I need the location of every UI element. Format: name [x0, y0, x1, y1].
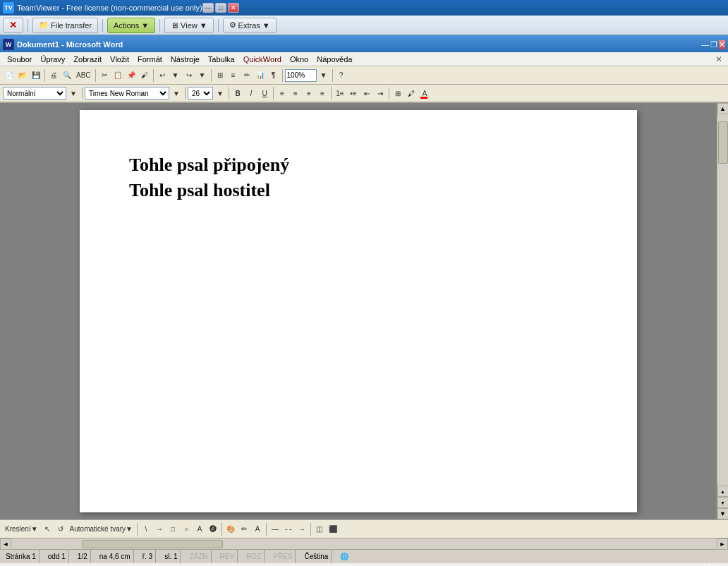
align-left-btn[interactable]: ≡ — [276, 86, 289, 100]
oval-tool-btn[interactable]: ○ — [180, 522, 193, 536]
document-area[interactable]: Tohle psal připojený Tohle psal hostitel — [0, 103, 717, 519]
table-btn[interactable]: ⊞ — [214, 68, 226, 83]
font-select[interactable]: Times New Roman — [85, 87, 169, 100]
tv-close-session-btn[interactable]: ✕ — [3, 18, 23, 33]
border-btn[interactable]: ⊞ — [392, 86, 404, 100]
toolbar-separator-1 — [28, 19, 28, 32]
h-scroll-thumb[interactable] — [82, 540, 223, 548]
line-color-btn[interactable]: ✏ — [238, 522, 250, 536]
bold-btn[interactable]: B — [231, 86, 244, 100]
style-select[interactable]: Normální — [3, 87, 66, 100]
format-painter-btn[interactable]: 🖌 — [138, 68, 151, 83]
status-lang-icon: 🌐 — [337, 550, 351, 563]
scroll-track[interactable] — [717, 114, 728, 300]
spell-btn[interactable]: ABC — [74, 68, 93, 83]
arrow-tool-btn[interactable]: → — [153, 522, 166, 536]
menu-okno[interactable]: Okno — [286, 54, 313, 65]
zoom-input[interactable] — [285, 69, 317, 82]
rotate-btn[interactable]: ↺ — [54, 522, 67, 536]
cut-btn[interactable]: ✂ — [98, 68, 111, 83]
redo-btn[interactable]: ↪ — [183, 68, 195, 83]
bullets-btn[interactable]: •≡ — [347, 86, 360, 100]
paste-btn[interactable]: 📌 — [125, 68, 138, 83]
wordart-btn[interactable]: 🅐 — [207, 522, 219, 536]
dash-style-btn[interactable]: - - — [282, 522, 295, 536]
scroll-down-btn[interactable]: ▼ — [717, 508, 729, 519]
highlight-btn[interactable]: 🖍 — [405, 86, 418, 100]
tv-close-btn[interactable]: ✕ — [228, 3, 239, 13]
vertical-scrollbar[interactable]: ▲ ▲ ▼ ▼ — [717, 103, 728, 519]
scroll-up-btn[interactable]: ▲ — [717, 103, 729, 114]
menu-zobrazit[interactable]: Zobrazit — [69, 54, 106, 65]
3d-btn[interactable]: ⬛ — [327, 522, 339, 536]
word-minimize-btn[interactable]: — — [701, 40, 709, 49]
help-btn[interactable]: ? — [335, 68, 348, 83]
rect-tool-btn[interactable]: □ — [166, 522, 179, 536]
align-center-btn[interactable]: ≡ — [289, 86, 302, 100]
extras-arrow-icon: ▼ — [262, 21, 270, 30]
save-btn[interactable]: 💾 — [30, 68, 42, 83]
line-style-btn[interactable]: — — [269, 522, 281, 536]
increase-indent-btn[interactable]: ⇥ — [374, 86, 387, 100]
auto-shapes-btn[interactable]: Automatické tvary ▼ — [68, 522, 135, 536]
tv-minimize-btn[interactable]: — — [202, 3, 214, 13]
menu-close-btn[interactable]: ✕ — [712, 54, 725, 64]
textbox-btn[interactable]: A — [193, 522, 206, 536]
copy-btn[interactable]: 📋 — [111, 68, 124, 83]
columns-btn[interactable]: ≡ — [227, 68, 240, 83]
document-content[interactable]: Tohle psal připojený Tohle psal hostitel — [129, 152, 588, 204]
align-right-btn[interactable]: ≡ — [303, 86, 315, 100]
undo-btn[interactable]: ↩ — [156, 68, 169, 83]
h-scroll-left-btn[interactable]: ◄ — [0, 538, 11, 550]
file-transfer-btn[interactable]: 📁 File transfer — [32, 18, 98, 33]
underline-btn[interactable]: U — [258, 86, 271, 100]
print-btn[interactable]: 🖨 — [47, 68, 60, 83]
extras-btn[interactable]: ⚙ Extras ▼ — [223, 18, 277, 33]
font-color-btn[interactable]: A — [418, 86, 431, 100]
arrow-style-btn[interactable]: → — [296, 522, 308, 536]
numbering-btn[interactable]: 1≡ — [334, 86, 346, 100]
zoom-arrow-btn[interactable]: ▼ — [317, 68, 330, 83]
word-restore-btn[interactable]: ❐ — [710, 40, 717, 49]
size-arrow-btn[interactable]: ▼ — [214, 86, 226, 100]
scroll-thumb[interactable] — [718, 121, 728, 164]
draw-sep-1 — [137, 523, 138, 536]
scroll-btn-mid2[interactable]: ▼ — [717, 497, 729, 508]
menu-tabulka[interactable]: Tabulka — [204, 54, 239, 65]
style-arrow-btn[interactable]: ▼ — [67, 86, 80, 100]
select-objects-btn[interactable]: ↖ — [41, 522, 54, 536]
redo-arrow-btn[interactable]: ▼ — [196, 68, 209, 83]
decrease-indent-btn[interactable]: ⇤ — [360, 86, 373, 100]
menu-format[interactable]: Formát — [133, 54, 166, 65]
scroll-btn-mid1[interactable]: ▲ — [717, 486, 729, 497]
tv-title: TeamViewer - Free license (non-commercia… — [17, 4, 202, 12]
line-tool-btn[interactable]: \ — [140, 522, 152, 536]
menu-napoveda[interactable]: Nápověda — [313, 54, 356, 65]
menu-soubor[interactable]: Soubor — [3, 54, 36, 65]
h-scroll-right-btn[interactable]: ► — [717, 538, 728, 550]
menu-vlozit[interactable]: Vložit — [106, 54, 133, 65]
new-btn[interactable]: 📄 — [3, 68, 16, 83]
show-hide-btn[interactable]: ¶ — [267, 68, 280, 83]
word-close-btn[interactable]: ✕ — [719, 40, 725, 49]
menu-nastroje[interactable]: Nástroje — [166, 54, 204, 65]
actions-btn[interactable]: Actions ▼ — [107, 18, 155, 33]
print-preview-btn[interactable]: 🔍 — [61, 68, 73, 83]
tv-maximize-btn[interactable]: □ — [215, 3, 226, 13]
open-btn[interactable]: 📂 — [16, 68, 29, 83]
shadow-btn[interactable]: ◫ — [313, 522, 326, 536]
italic-btn[interactable]: I — [245, 86, 257, 100]
font-color-draw-btn[interactable]: A — [251, 522, 264, 536]
size-select[interactable]: 26 — [188, 87, 213, 100]
document-map-btn[interactable]: 📊 — [254, 68, 267, 83]
h-scroll-track[interactable] — [11, 538, 717, 549]
draw-label-btn[interactable]: Kreslení ▼ — [3, 522, 40, 536]
fill-color-btn[interactable]: 🎨 — [224, 522, 237, 536]
menu-quickword[interactable]: QuickWord — [239, 54, 286, 65]
drawing-btn[interactable]: ✏ — [241, 68, 253, 83]
font-arrow-btn[interactable]: ▼ — [170, 86, 183, 100]
undo-arrow-btn[interactable]: ▼ — [169, 68, 182, 83]
menu-upravy[interactable]: Úpravy — [36, 54, 69, 65]
view-btn[interactable]: 🖥 View ▼ — [164, 18, 214, 33]
align-justify-btn[interactable]: ≡ — [316, 86, 329, 100]
